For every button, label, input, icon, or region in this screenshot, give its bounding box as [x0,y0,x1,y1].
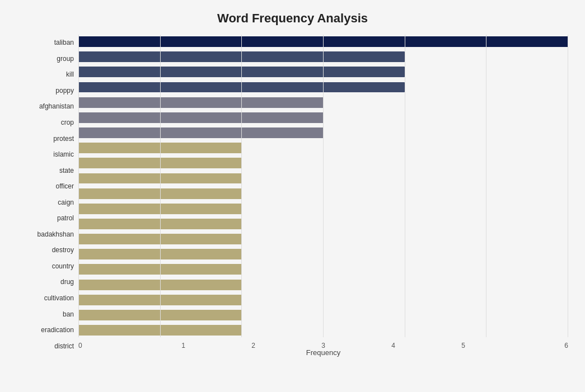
x-tick-2: 2 [218,342,288,350]
y-label-destroy: destroy [52,242,74,258]
x-tick-5: 5 [428,342,498,350]
y-label-protest: protest [53,130,74,147]
bar-afghanistan [78,97,324,108]
bars-area: 0123456 Frequency [78,35,568,354]
x-tick-1: 1 [148,342,218,350]
bar-eradication [78,310,242,320]
y-label-poppy: poppy [55,83,74,99]
bar-ban [78,295,242,305]
y-label-country: country [52,258,74,275]
bar-row-caign [78,187,568,201]
y-label-islamic: islamic [53,147,74,163]
bar-country [78,249,242,259]
chart-container: Word Frequency Analysis talibangroupkill… [0,0,585,392]
y-axis-labels: talibangroupkillpoppyafghanistancropprot… [17,35,78,354]
y-label-group: group [57,51,74,67]
bar-row-kill [78,65,568,79]
x-tick-6: 6 [498,342,568,350]
bar-row-country [78,247,568,261]
y-label-state: state [59,162,74,178]
bar-officer [78,173,242,184]
bar-row-poppy [78,80,568,94]
y-label-eradication: eradication [41,322,74,338]
bar-row-islamic [78,141,568,155]
bar-row-cultivation [78,278,568,292]
y-label-officer: officer [56,178,74,195]
bar-row-ban [78,293,568,307]
bar-row-drug [78,262,568,276]
y-label-badakhshan: badakhshan [38,226,74,243]
bar-group [78,51,405,62]
y-label-taliban: taliban [54,35,74,51]
bar-row-patrol [78,202,568,216]
bar-row-destroy [78,232,568,246]
bar-row-group [78,50,568,64]
y-label-caign: caign [58,194,74,210]
bar-cultivation [78,280,242,290]
bar-state [78,158,242,168]
y-label-patrol: patrol [57,210,74,226]
chart-title: Word Frequency Analysis [17,11,568,26]
bar-drug [78,264,242,275]
bar-kill [78,67,405,77]
bar-poppy [78,82,405,93]
bar-district [78,325,242,336]
bar-patrol [78,204,242,214]
bar-row-afghanistan [78,96,568,110]
y-label-cultivation: cultivation [44,290,74,306]
bar-row-state [78,156,568,170]
bar-islamic [78,143,242,153]
x-axis-label: Frequency [306,348,340,357]
y-label-kill: kill [66,67,74,83]
bar-taliban [78,36,568,47]
y-label-afghanistan: afghanistan [39,98,74,115]
bar-row-protest [78,126,568,140]
y-label-crop: crop [61,115,74,131]
bar-row-district [78,323,568,337]
x-tick-4: 4 [358,342,428,350]
y-label-ban: ban [63,306,74,322]
bar-row-crop [78,111,568,125]
bar-crop [78,112,324,123]
bar-row-officer [78,171,568,185]
bar-destroy [78,234,242,244]
x-tick-0: 0 [78,342,148,350]
y-label-drug: drug [60,274,74,290]
bar-row-taliban [78,35,568,49]
bar-protest [78,127,324,138]
bar-badakhshan [78,219,242,229]
bar-caign [78,188,242,199]
y-label-district: district [54,338,74,354]
bar-row-eradication [78,308,568,322]
bar-row-badakhshan [78,217,568,231]
